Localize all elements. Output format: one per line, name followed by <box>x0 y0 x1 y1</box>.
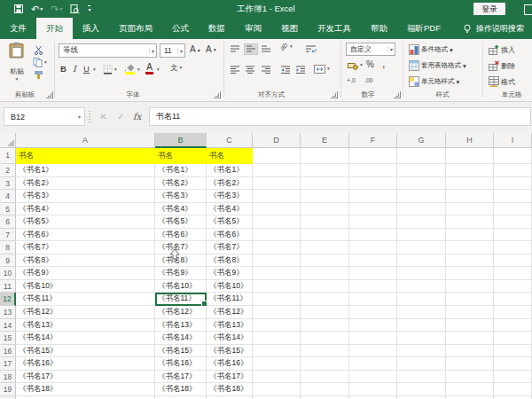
cell-C11[interactable]: 《书名10》 <box>207 280 253 293</box>
cell-C5[interactable]: 《书名4》 <box>207 203 253 216</box>
formula-input[interactable]: 书名11 <box>149 107 531 126</box>
cell-D7[interactable] <box>253 229 301 242</box>
cancel-icon[interactable]: ✕ <box>99 107 106 126</box>
cell-E17[interactable] <box>301 357 349 371</box>
cell-G18[interactable] <box>397 371 446 384</box>
sign-in-button[interactable]: 登录 <box>473 3 505 15</box>
row-header-19[interactable]: 19 <box>0 383 16 396</box>
fill-color-icon[interactable] <box>124 64 135 74</box>
column-header-G[interactable]: G <box>397 133 446 148</box>
cell-F2[interactable] <box>349 164 397 177</box>
cell-B5[interactable]: 《书名4》 <box>155 203 207 216</box>
enter-icon[interactable]: ✓ <box>117 107 124 126</box>
cell-D4[interactable] <box>253 190 301 203</box>
cell-D14[interactable] <box>253 319 301 332</box>
cell-D9[interactable] <box>253 254 301 268</box>
cell-I12[interactable] <box>494 293 532 306</box>
fill-color-dropdown-icon[interactable]: ▾ <box>137 67 140 73</box>
row-header-8[interactable]: 8 <box>0 241 16 254</box>
tab-developer[interactable]: 开发工具 <box>308 18 361 39</box>
undo-icon[interactable]: ↶▾ <box>31 4 43 14</box>
cell-H15[interactable] <box>446 332 494 345</box>
cell-H12[interactable] <box>446 293 494 306</box>
align-right-icon[interactable] <box>261 66 271 74</box>
cell-F4[interactable] <box>349 190 397 203</box>
cell-F7[interactable] <box>349 229 397 242</box>
cell-E16[interactable] <box>301 345 349 358</box>
tab-insert[interactable]: 插入 <box>73 18 109 39</box>
tab-foxit-pdf[interactable]: 福昕PDF <box>397 18 450 39</box>
copy-icon[interactable]: ▾ <box>33 58 47 67</box>
tab-page-layout[interactable]: 页面布局 <box>109 18 162 39</box>
cell-C13[interactable]: 《书名12》 <box>207 306 253 319</box>
cell-D12[interactable] <box>253 293 301 306</box>
row-header-1[interactable]: 1 <box>0 148 16 164</box>
cell-I14[interactable] <box>494 319 532 332</box>
row-header-18[interactable]: 18 <box>0 371 16 384</box>
cell-H1[interactable] <box>446 148 494 164</box>
cell-B18[interactable]: 《书名17》 <box>155 371 207 384</box>
cell-E11[interactable] <box>301 280 349 293</box>
underline-dropdown-icon[interactable]: ▾ <box>92 67 96 73</box>
cell-F13[interactable] <box>349 306 397 319</box>
cell-I1[interactable] <box>494 148 532 164</box>
percent-style-icon[interactable]: % <box>366 60 374 69</box>
row-header-14[interactable]: 14 <box>0 319 16 332</box>
cell-F10[interactable] <box>349 267 397 280</box>
row-header-6[interactable]: 6 <box>0 215 16 229</box>
cell-A13[interactable]: 《书名12》 <box>16 306 155 319</box>
cell-B2[interactable]: 《书名1》 <box>155 164 207 177</box>
cell-E7[interactable] <box>301 229 349 242</box>
cell-B1[interactable]: 书名 <box>155 148 207 164</box>
cell-B3[interactable]: 《书名2》 <box>155 177 207 191</box>
cell-I10[interactable] <box>494 267 532 280</box>
cell-A10[interactable]: 《书名9》 <box>16 267 155 280</box>
cell-A16[interactable]: 《书名15》 <box>16 345 155 358</box>
cell-F12[interactable] <box>349 293 397 306</box>
align-left-icon[interactable] <box>230 66 240 74</box>
cell-H19[interactable] <box>446 383 494 396</box>
ribbon-display-options-icon[interactable] <box>524 4 532 15</box>
cell-B7[interactable]: 《书名6》 <box>155 229 207 242</box>
cell-G16[interactable] <box>397 345 446 358</box>
cell-B10[interactable]: 《书名9》 <box>155 267 207 280</box>
cell-A1[interactable]: 书名 <box>16 148 155 164</box>
cell-A14[interactable]: 《书名13》 <box>16 319 155 332</box>
cell-I16[interactable] <box>494 345 532 358</box>
cell-C1[interactable]: 书名 <box>207 148 253 164</box>
increase-indent-icon[interactable] <box>295 66 306 74</box>
cell-D5[interactable] <box>253 203 301 216</box>
insert-function-icon[interactable]: fx <box>133 107 141 126</box>
cell-I17[interactable] <box>494 357 532 371</box>
bold-button[interactable]: B <box>60 65 66 74</box>
align-top-icon[interactable] <box>230 45 240 53</box>
row-header-5[interactable]: 5 <box>0 203 16 216</box>
cell-E6[interactable] <box>301 215 349 229</box>
row-header-15[interactable]: 15 <box>0 332 16 345</box>
insert-cells-button[interactable]: 插入 <box>489 44 515 55</box>
cell-B8[interactable]: 《书名7》 <box>155 241 207 254</box>
cell-B13[interactable]: 《书名12》 <box>155 306 207 319</box>
cell-C19[interactable]: 《书名18》 <box>207 383 253 396</box>
format-painter-icon[interactable] <box>34 70 43 80</box>
cell-E5[interactable] <box>301 203 349 216</box>
cell-E1[interactable] <box>301 148 349 164</box>
row-header-2[interactable]: 2 <box>0 164 16 177</box>
cell-E15[interactable] <box>301 332 349 345</box>
tab-help[interactable]: 帮助 <box>361 18 397 39</box>
cell-A6[interactable]: 《书名5》 <box>16 215 155 229</box>
phonetic-guide-icon[interactable]: 文▾ <box>170 64 182 72</box>
underline-button[interactable]: U <box>83 65 90 74</box>
cell-A15[interactable]: 《书名14》 <box>16 332 155 345</box>
cell-C7[interactable]: 《书名6》 <box>207 229 253 242</box>
font-name-combo[interactable]: 等线▾ <box>59 43 157 58</box>
increase-decimal-icon[interactable]: +.0 <box>347 77 356 83</box>
cell-I15[interactable] <box>494 332 532 345</box>
cell-A11[interactable]: 《书名10》 <box>16 280 155 293</box>
cell-G3[interactable] <box>397 177 446 191</box>
cell-C3[interactable]: 《书名2》 <box>207 177 253 191</box>
cell-I13[interactable] <box>494 306 532 319</box>
cell-I19[interactable] <box>494 383 532 396</box>
paste-dropdown-icon[interactable]: ▾ <box>2 76 32 82</box>
column-header-C[interactable]: C <box>207 133 253 148</box>
